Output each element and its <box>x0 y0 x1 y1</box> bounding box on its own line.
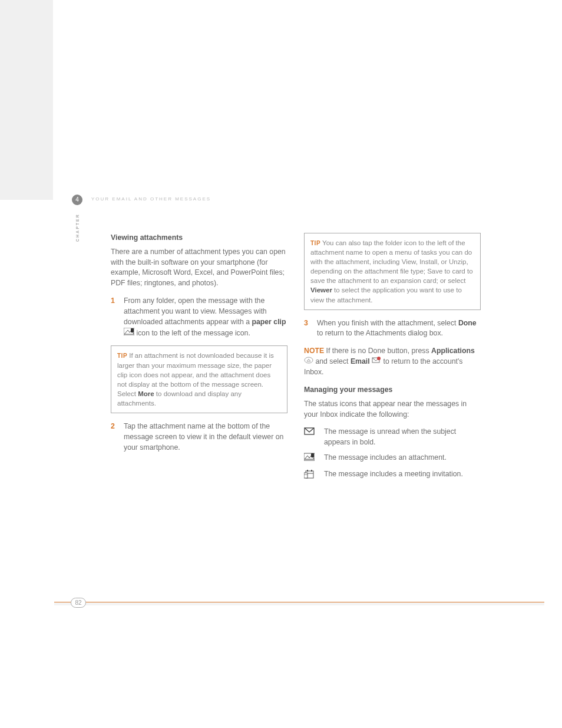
attachment-icon <box>304 453 316 465</box>
row3-text: The message includes a meeting invitatio… <box>324 469 481 482</box>
svg-point-2 <box>305 357 313 363</box>
status-intro: The status icons that appear near the me… <box>304 399 481 420</box>
chapter-label: CHAPTER <box>75 213 80 242</box>
note-para: NOTE If there is no Done button, press A… <box>304 346 481 378</box>
envelope-icon <box>304 427 316 448</box>
tip-box-2: TIP You can also tap the folder icon to … <box>304 233 481 310</box>
step-2: 2 Tap the attachment name at the bottom … <box>111 421 287 453</box>
status-row-unread: The message is unread when the subject a… <box>304 427 481 448</box>
svg-rect-10 <box>307 470 308 472</box>
intro-para: There are a number of attachment types y… <box>111 247 287 289</box>
svg-point-4 <box>377 357 381 360</box>
step-number: 3 <box>304 318 311 340</box>
tip1-bold: More <box>138 390 154 397</box>
heading-managing: Managing your messages <box>304 385 481 396</box>
step-body: From any folder, open the message with t… <box>124 296 287 338</box>
left-column: Viewing attachments There are a number o… <box>111 233 287 487</box>
tip-box-1: TIP If an attachment is not downloaded b… <box>111 345 287 413</box>
footer-rule <box>54 602 544 605</box>
paperclip-icon <box>124 328 134 339</box>
tip2-b: to select the application you want to us… <box>310 286 462 303</box>
step1-text-b: icon to the left of the message icon. <box>134 328 250 337</box>
svg-rect-1 <box>131 328 134 332</box>
right-column: TIP You can also tap the folder icon to … <box>304 233 481 487</box>
tip-label: TIP <box>310 240 320 246</box>
done-bold: Done <box>458 319 477 327</box>
home-icon <box>304 357 313 367</box>
page-number: 82 <box>71 598 86 608</box>
step-number: 1 <box>111 296 118 338</box>
tip2-bold: Viewer <box>310 286 332 294</box>
status-row-attachment: The message includes an attachment. <box>304 453 481 465</box>
step-3: 3 When you finish with the attachment, s… <box>304 318 481 340</box>
note-b: and select <box>313 357 351 365</box>
running-header: YOUR EMAIL AND OTHER MESSAGES <box>91 196 211 202</box>
row1-text: The message is unread when the subject a… <box>324 427 481 448</box>
step-number: 2 <box>111 421 118 453</box>
tip2-a: You can also tap the folder icon to the … <box>310 239 473 284</box>
svg-rect-11 <box>311 470 312 472</box>
heading-viewing: Viewing attachments <box>111 233 287 243</box>
step-1: 1 From any folder, open the message with… <box>111 296 287 338</box>
note-a: If there is no Done button, press <box>324 347 431 355</box>
email-icon <box>372 357 381 367</box>
email-bold: Email <box>351 357 370 365</box>
step2-body: Tap the attachment name at the bottom of… <box>124 421 287 453</box>
step3-body: When you finish with the attachment, sel… <box>317 318 481 340</box>
step3-b: to return to the Attachments dialog box. <box>317 329 443 337</box>
paper-clip-bold: paper clip <box>252 318 286 326</box>
calendar-icon <box>304 469 316 482</box>
grey-sidebar <box>0 0 53 200</box>
chapter-badge: 4 <box>72 195 82 205</box>
row2-text: The message includes an attachment. <box>324 453 481 465</box>
content-area: Viewing attachments There are a number o… <box>111 233 484 487</box>
note-label: NOTE <box>304 347 324 355</box>
status-row-meeting: The message includes a meeting invitatio… <box>304 469 481 482</box>
applications-bold: Applications <box>431 347 475 355</box>
svg-rect-12 <box>304 473 308 478</box>
step1-text-a: From any folder, open the message with t… <box>124 297 267 326</box>
tip-label: TIP <box>117 353 127 359</box>
svg-rect-7 <box>311 453 314 457</box>
step3-a: When you finish with the attachment, sel… <box>317 319 458 327</box>
